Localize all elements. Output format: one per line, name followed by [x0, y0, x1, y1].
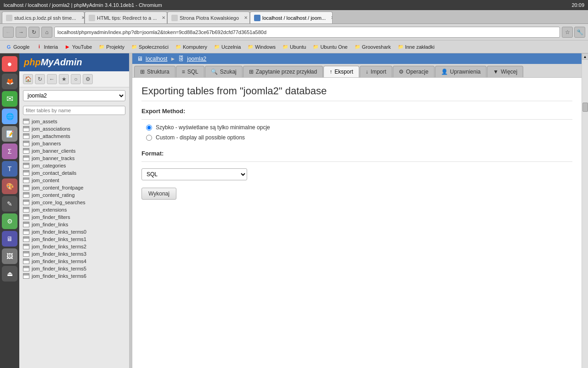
home-button[interactable]: ⌂ — [41, 27, 52, 38]
table-item-jom-content-frontpage[interactable]: jom_content_frontpage — [19, 184, 129, 191]
breadcrumb-database[interactable]: joomla2 — [187, 56, 206, 62]
browser-tab-1[interactable]: HTML tips: Redirect to a ... ✕ — [85, 12, 167, 23]
table-item-jom-attachments[interactable]: jom_attachments — [19, 132, 129, 140]
bookmark-interia[interactable]: i Interia — [33, 43, 61, 51]
table-item-jom-finder-links-terms5[interactable]: jom_finder_links_terms5 — [19, 265, 129, 272]
dock-icon-10[interactable]: ⚙ — [2, 213, 17, 229]
radio-custom-input[interactable] — [146, 135, 152, 141]
browser-tab-3[interactable]: localhost / localhost / joom... ✕ — [250, 12, 333, 23]
bookmark-komputery[interactable]: 📁 Komputery — [172, 43, 210, 51]
filter-tables-input[interactable] — [23, 106, 125, 115]
dock-icon-1[interactable]: ● — [2, 56, 17, 72]
table-icon — [23, 214, 29, 220]
table-item-jom-finder-links-terms0[interactable]: jom_finder_links_terms0 — [19, 228, 129, 236]
right-scrollbar[interactable]: ▲ ▼ — [582, 53, 588, 368]
forward-button[interactable]: → — [16, 27, 27, 38]
pma-logo: phpMyAdmin — [24, 57, 124, 68]
radio-custom[interactable]: Custom - display all possible options — [146, 134, 572, 141]
table-item-jom-assets[interactable]: jom_assets — [19, 118, 129, 125]
database-select[interactable]: joomla2 — [23, 90, 125, 101]
table-item-jom-banner-clients[interactable]: jom_banner_clients — [19, 147, 129, 155]
table-item-jom-categories[interactable]: jom_categories — [19, 162, 129, 169]
bookmark-inne[interactable]: 📁 Inne zakładki — [395, 43, 437, 51]
table-item-jom-associations[interactable]: jom_associations — [19, 125, 129, 132]
tab-zapytanie[interactable]: ⊞ Zapytanie przez przykład — [243, 66, 323, 77]
folder-icon-projekty: 📁 — [98, 44, 105, 50]
address-input[interactable] — [54, 27, 560, 38]
table-item-jom-finder-links-terms4[interactable]: jom_finder_links_terms4 — [19, 258, 129, 265]
tab-eksport[interactable]: ↑ Eksport — [323, 66, 359, 77]
execute-button[interactable]: Wykonaj — [141, 188, 176, 200]
dock-icon-13[interactable]: ⏏ — [2, 266, 17, 282]
table-item-jom-content[interactable]: jom_content — [19, 177, 129, 184]
reload-button[interactable]: ↻ — [28, 27, 40, 38]
dock-icon-2[interactable]: 🦊 — [2, 74, 17, 89]
tab-icon-struktura: ⊞ — [140, 69, 145, 75]
folder-icon-uczelnia: 📁 — [214, 44, 220, 50]
tab-sql[interactable]: ≡ SQL — [176, 66, 204, 77]
table-item-jom-banners[interactable]: jom_banners — [19, 140, 129, 147]
table-icon — [23, 163, 29, 168]
bookmark-youtube[interactable]: ▶ YouTube — [62, 43, 95, 51]
tab-wiecej[interactable]: ▼ Więcej — [487, 66, 523, 77]
tab-close-2[interactable]: ✕ — [243, 15, 249, 21]
table-item-jom-finder-filters[interactable]: jom_finder_filters — [19, 213, 129, 221]
bookmark-uczelnia[interactable]: 📁 Uczelnia — [211, 43, 243, 51]
table-item-jom-finder-links-terms2[interactable]: jom_finder_links_terms2 — [19, 243, 129, 250]
tab-close-3[interactable]: ✕ — [329, 15, 333, 21]
table-item-jom-extensions[interactable]: jom_extensions — [19, 206, 129, 213]
bookmarks-bar: G Google i Interia ▶ YouTube 📁 Projekty … — [0, 40, 588, 53]
table-item-jom-finder-links-terms1[interactable]: jom_finder_links_terms1 — [19, 236, 129, 243]
sidebar-settings-btn[interactable]: ⚙ — [83, 74, 93, 84]
back-button[interactable]: ← — [3, 27, 14, 38]
tab-struktura[interactable]: ⊞ Struktura — [134, 66, 175, 77]
sidebar-arrow-btn[interactable]: ← — [47, 74, 57, 84]
scroll-up-btn[interactable]: ▲ — [582, 53, 588, 60]
table-item-jom-contact-details[interactable]: jom_contact_details — [19, 169, 129, 177]
radio-szybko[interactable]: Szybko - wyświetlane są tylko minimalne … — [146, 124, 572, 131]
table-item-jom-content-rating[interactable]: jom_content_rating — [19, 191, 129, 199]
dock-icon-9[interactable]: ✎ — [2, 196, 17, 212]
dock-icon-8[interactable]: 🎨 — [2, 178, 17, 194]
dock-icon-3[interactable]: ✉ — [2, 91, 17, 107]
sidebar-recent-btn[interactable]: ★ — [59, 74, 69, 84]
dock-icon-6[interactable]: Σ — [2, 144, 17, 159]
bookmark-grooveshark[interactable]: 📁 Grooveshark — [351, 43, 394, 51]
bookmark-windows[interactable]: 📁 Windows — [244, 43, 278, 51]
bookmark-ubuntu-one[interactable]: 📁 Ubuntu One — [310, 43, 350, 51]
browser-tab-2[interactable]: Strona Piotra Kowalskiego ✕ — [167, 12, 250, 23]
breadcrumb-host[interactable]: localhost — [146, 56, 167, 62]
dock-icon-5[interactable]: 📝 — [2, 126, 17, 142]
tab-uprawnienia[interactable]: 👤 Uprawnienia — [435, 66, 487, 77]
sidebar-home-btn[interactable]: 🏠 — [23, 74, 33, 84]
format-divider — [141, 161, 572, 162]
radio-szybko-input[interactable] — [146, 125, 152, 131]
tab-close-1[interactable]: ✕ — [160, 15, 167, 21]
table-item-jom-finder-links-terms6[interactable]: jom_finder_links_terms6 — [19, 272, 129, 280]
format-label: Format: — [141, 150, 572, 157]
bookmark-projekty[interactable]: 📁 Projekty — [96, 43, 127, 51]
tab-import[interactable]: ↓ Import — [360, 66, 392, 77]
dock-icon-12[interactable]: 🖼 — [2, 248, 17, 264]
dock-icon-11[interactable]: 🖥 — [2, 231, 17, 247]
bookmark-spolecznosci[interactable]: 📁 Społeczności — [128, 43, 171, 51]
table-icon — [23, 229, 29, 235]
table-item-jom-finder-links-terms3[interactable]: jom_finder_links_terms3 — [19, 250, 129, 258]
table-item-jom-core-log-searches[interactable]: jom_core_log_searches — [19, 199, 129, 206]
bookmark-star-icon[interactable]: ☆ — [562, 27, 573, 38]
table-item-jom-finder-links[interactable]: jom_finder_links — [19, 221, 129, 228]
dock-icon-7[interactable]: T — [2, 161, 17, 177]
sidebar-empty-btn[interactable]: ○ — [71, 74, 81, 84]
format-select[interactable]: SQL CSV XML JSON — [141, 168, 247, 180]
wrench-icon[interactable]: 🔧 — [574, 27, 585, 38]
table-item-jom-banner-tracks[interactable]: jom_banner_tracks — [19, 155, 129, 162]
dock-icon-4[interactable]: 🌐 — [2, 109, 17, 124]
tab-szukaj[interactable]: 🔍 Szukaj — [205, 66, 243, 77]
bookmark-ubuntu[interactable]: 📁 Ubuntu — [279, 43, 309, 51]
os-titlebar: localhost / localhost / joomla2 | phpMyA… — [0, 0, 588, 10]
browser-tab-0[interactable]: stud.ics.p.lodz.pl ssh time... ✕ — [2, 12, 85, 23]
sidebar-reload-btn[interactable]: ↻ — [35, 74, 45, 84]
bookmark-google[interactable]: G Google — [3, 43, 32, 51]
tab-operacje[interactable]: ⚙ Operacje — [393, 66, 435, 77]
tab-close-0[interactable]: ✕ — [80, 15, 85, 21]
